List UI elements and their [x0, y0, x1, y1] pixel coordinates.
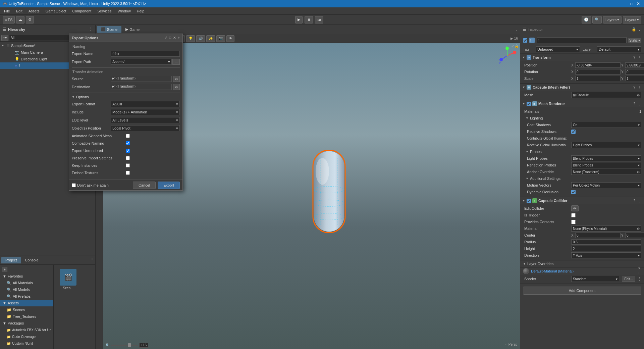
console-tab[interactable]: Console: [21, 257, 42, 263]
provides-contacts-checkbox[interactable]: [571, 220, 576, 224]
mesh-filter-info-icon[interactable]: ?: [632, 85, 637, 90]
edit-collider-button[interactable]: ✏: [571, 205, 579, 211]
dialog-popout-icon[interactable]: ⤢: [165, 36, 167, 40]
scale-y-input[interactable]: [625, 76, 644, 81]
preserve-import-settings-checkbox[interactable]: [126, 156, 130, 160]
inspector-options-icon[interactable]: ⋮: [638, 27, 641, 32]
scene-slider[interactable]: [111, 345, 138, 346]
view-options-icon[interactable]: ⋮: [515, 27, 519, 32]
export-name-input[interactable]: [111, 51, 180, 57]
destination-select-button[interactable]: ⊙: [173, 84, 180, 90]
mesh-filter-settings-icon[interactable]: ⋮: [637, 85, 642, 90]
rot-x-input[interactable]: [575, 69, 621, 74]
menu-assets[interactable]: Assets: [26, 8, 42, 14]
probes-header[interactable]: ▼ Probes: [523, 148, 641, 155]
motion-vectors-dropdown[interactable]: Per Object Motion ▾: [571, 182, 641, 188]
radius-input[interactable]: [571, 239, 641, 245]
favorites-header[interactable]: ▼ Favorites: [0, 273, 53, 280]
all-models-item[interactable]: 🔍 All Models: [0, 286, 53, 293]
export-path-browse-button[interactable]: ...: [172, 59, 180, 65]
mesh-filter-header[interactable]: ▼ ⊞ Capsule (Mesh Filter) ? ⋮: [520, 84, 644, 91]
capsule-collider-enabled-checkbox[interactable]: [527, 199, 531, 203]
pause-button[interactable]: ⏸: [305, 16, 313, 23]
mesh-value[interactable]: ⊞ Capsule ⊙: [571, 92, 641, 98]
cloud-button[interactable]: ☁: [16, 16, 24, 23]
capsule-collider-settings-icon[interactable]: ⋮: [637, 198, 642, 203]
settings-button[interactable]: ⚙: [26, 16, 34, 23]
receive-gi-dropdown[interactable]: Light Probes ▾: [571, 142, 641, 148]
play-button[interactable]: ▶: [295, 16, 303, 23]
shader-options-icon[interactable]: ⋮: [637, 277, 641, 281]
include-dropdown[interactable]: Model(s) + Animation ▾: [111, 109, 180, 115]
center-y-input[interactable]: [625, 233, 644, 238]
panel-options-icon[interactable]: ⋮: [90, 258, 94, 262]
options-toggle[interactable]: ▼ Options: [72, 95, 180, 99]
project-tab[interactable]: Project: [1, 257, 21, 263]
hierarchy-options-icon[interactable]: ⋮: [89, 27, 93, 32]
compatible-naming-checkbox[interactable]: [126, 141, 130, 145]
step-button[interactable]: ⏭: [315, 16, 323, 23]
cast-shadows-dropdown[interactable]: On ▾: [571, 122, 641, 128]
mesh-renderer-settings-icon[interactable]: ⋮: [637, 101, 642, 106]
menu-gameobject[interactable]: GameObject: [43, 8, 69, 14]
shader-dropdown[interactable]: Standard ▾: [571, 276, 619, 282]
export-unrendered-checkbox[interactable]: [126, 149, 130, 153]
scene-camera-btn[interactable]: 📷: [216, 35, 225, 42]
mesh-renderer-info-icon[interactable]: ?: [632, 101, 637, 106]
shader-edit-button[interactable]: Edit...: [622, 276, 635, 282]
receive-shadows-checkbox[interactable]: [571, 130, 576, 134]
menu-component[interactable]: Component: [69, 8, 94, 14]
asset-item-scene[interactable]: 🎬 Scen...: [56, 267, 80, 291]
transform-info-icon[interactable]: ?: [632, 55, 637, 60]
destination-input[interactable]: ▸f (Transform): [111, 84, 172, 90]
dialog-add-icon[interactable]: +: [178, 36, 180, 40]
menu-services[interactable]: Services: [95, 8, 114, 14]
menu-help[interactable]: Help: [134, 8, 147, 14]
export-path-dropdown[interactable]: Assets/ ▾: [111, 59, 172, 65]
assets-header[interactable]: ▼ Assets: [0, 300, 53, 306]
project-add-button[interactable]: +: [2, 267, 7, 272]
capsule-collider-info-icon[interactable]: ?: [632, 198, 637, 203]
direction-dropdown[interactable]: Y-Axis ▾: [571, 252, 641, 258]
scenes-item[interactable]: 📁 Scenes: [0, 306, 53, 313]
capsule-collider-header[interactable]: ▼ ○ Capsule Collider ? ⋮: [520, 197, 644, 204]
scale-x-input[interactable]: [575, 76, 621, 81]
maximize-button[interactable]: □: [629, 1, 635, 7]
close-button[interactable]: ✕: [635, 1, 641, 7]
material-settings-icon[interactable]: ⋮: [637, 271, 641, 276]
scene-expand-icon[interactable]: ⤢: [511, 44, 514, 48]
add-component-button[interactable]: Add Component: [523, 287, 641, 295]
pos-x-input[interactable]: [575, 62, 621, 68]
pkg-autodesk[interactable]: 📁 Autodesk FBX SDK for Un: [0, 327, 53, 333]
source-input[interactable]: ▸f (Transform): [111, 76, 172, 82]
menu-file[interactable]: File: [1, 8, 13, 14]
scene-tab[interactable]: ⬛ Scene: [97, 26, 121, 33]
lighting-header[interactable]: ▼ Lighting: [523, 115, 641, 121]
object-active-checkbox[interactable]: [523, 38, 527, 43]
dialog-maximize-icon[interactable]: □: [169, 36, 171, 40]
transform-settings-icon[interactable]: ⋮: [637, 55, 642, 60]
fs-button[interactable]: ≡ FS: [3, 16, 15, 23]
animated-skinned-mesh-checkbox[interactable]: [126, 134, 130, 138]
additional-settings-header[interactable]: ▼ Additional Settings: [523, 175, 641, 182]
minimize-button[interactable]: ─: [622, 1, 628, 7]
hierarchy-add-button[interactable]: +▾: [1, 35, 8, 41]
dialog-close-icon[interactable]: ✕: [173, 36, 176, 40]
mesh-renderer-header[interactable]: ▼ ⊞ Mesh Renderer ? ⋮: [520, 100, 644, 107]
search-button[interactable]: 🔍: [592, 16, 602, 23]
pkg-code-coverage[interactable]: 📁 Code Coverage: [0, 333, 53, 340]
is-trigger-checkbox[interactable]: [571, 213, 576, 217]
all-materials-item[interactable]: 🔍 All Materials: [0, 280, 53, 286]
all-prefabs-item[interactable]: 🔍 All Prefabs: [0, 293, 53, 300]
light-toggle[interactable]: 💡: [186, 35, 195, 42]
transform-header[interactable]: ▼ ⊹ Transform ? ⋮: [520, 54, 644, 61]
static-dropdown[interactable]: Static ▾: [628, 38, 641, 43]
export-format-dropdown[interactable]: ASCII ▾: [111, 101, 180, 107]
reflection-probes-dropdown[interactable]: Blend Probes ▾: [571, 162, 641, 168]
pos-y-input[interactable]: [625, 62, 644, 68]
export-dialog[interactable]: Export Options ⤢ □ ✕ + Naming Export Nam…: [69, 34, 183, 191]
history-button[interactable]: 🕐: [582, 16, 591, 23]
material-info-icon[interactable]: ?: [637, 266, 641, 271]
objects-position-dropdown[interactable]: Local Pivot ▾: [111, 125, 180, 131]
menu-window[interactable]: Window: [115, 8, 133, 14]
